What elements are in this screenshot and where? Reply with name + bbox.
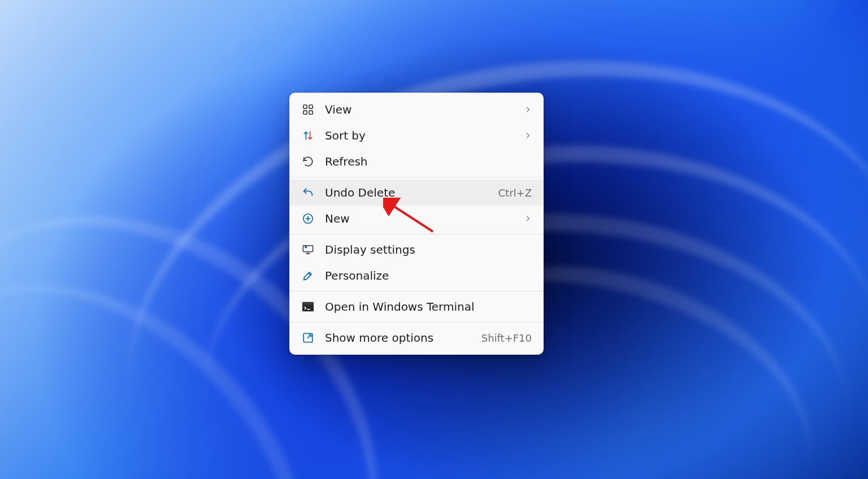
- sort-arrows-icon: [301, 129, 315, 142]
- menu-item-label: Show more options: [325, 331, 475, 345]
- menu-item-new[interactable]: New: [290, 206, 543, 232]
- menu-item-label: View: [325, 103, 517, 116]
- menu-item-label: Open in Windows Terminal: [325, 300, 532, 313]
- menu-item-personalize[interactable]: Personalize: [290, 263, 543, 289]
- menu-separator: [290, 291, 543, 291]
- menu-item-refresh[interactable]: Refresh: [290, 149, 543, 175]
- plus-circle-icon: [301, 212, 315, 225]
- menu-item-label: New: [325, 212, 517, 225]
- menu-item-shortcut: Ctrl+Z: [498, 187, 532, 199]
- menu-item-label: Display settings: [325, 243, 532, 256]
- chevron-right-icon: [524, 215, 532, 223]
- refresh-icon: [301, 155, 315, 168]
- menu-item-show-more-options[interactable]: Show more options Shift+F10: [290, 325, 543, 351]
- undo-icon: [301, 186, 315, 199]
- menu-separator: [290, 322, 543, 323]
- svg-rect-8: [302, 302, 314, 305]
- menu-separator: [290, 177, 543, 177]
- svg-rect-2: [303, 111, 307, 114]
- brush-icon: [301, 269, 315, 282]
- menu-item-undo-delete[interactable]: Undo Delete Ctrl+Z: [290, 180, 543, 206]
- menu-item-label: Refresh: [325, 155, 532, 168]
- terminal-icon: [301, 300, 315, 313]
- menu-item-label: Personalize: [325, 269, 532, 282]
- chevron-right-icon: [524, 106, 532, 114]
- svg-rect-0: [303, 105, 307, 108]
- grid-icon: [301, 103, 315, 116]
- menu-item-display-settings[interactable]: Display settings: [290, 237, 543, 263]
- chevron-right-icon: [524, 132, 532, 140]
- svg-point-6: [305, 246, 307, 248]
- expand-icon: [301, 331, 315, 345]
- monitor-gear-icon: [301, 243, 315, 256]
- menu-item-open-terminal[interactable]: Open in Windows Terminal: [290, 294, 543, 320]
- menu-item-label: Sort by: [325, 129, 517, 142]
- svg-rect-1: [309, 105, 313, 108]
- svg-rect-3: [309, 111, 313, 114]
- menu-item-shortcut: Shift+F10: [481, 332, 532, 344]
- desktop-context-menu: View Sort by Refresh: [289, 93, 544, 355]
- menu-item-label: Undo Delete: [325, 186, 492, 199]
- svg-rect-5: [303, 246, 313, 252]
- menu-item-view[interactable]: View: [290, 97, 543, 123]
- menu-item-sort-by[interactable]: Sort by: [290, 123, 543, 149]
- menu-separator: [290, 234, 543, 234]
